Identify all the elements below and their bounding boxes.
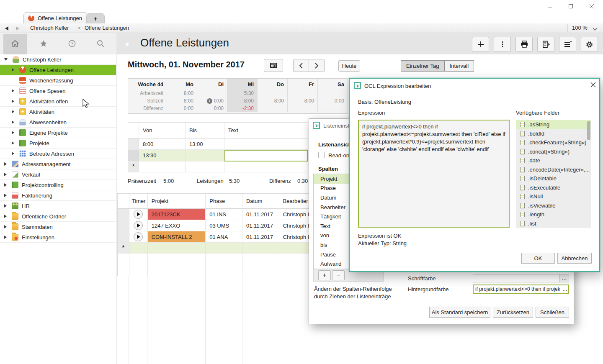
- favorites-star-icon[interactable]: [39, 38, 49, 49]
- sidebar-item-fakturierung[interactable]: Fakturierung: [0, 190, 116, 201]
- datum-cell[interactable]: 01.11.2017: [242, 220, 279, 231]
- field-item[interactable]: .boldId: [516, 129, 591, 138]
- calendar-button[interactable]: [264, 59, 283, 72]
- text-cell-focused[interactable]: [224, 150, 308, 161]
- bis-cell[interactable]: 13:00: [186, 138, 224, 150]
- column-header-text[interactable]: Text: [224, 123, 308, 138]
- datum-cell[interactable]: [242, 243, 279, 254]
- row-selector[interactable]: [128, 138, 139, 150]
- text-cell[interactable]: [224, 161, 308, 172]
- von-cell[interactable]: 13:30: [139, 150, 186, 161]
- column-header-phase[interactable]: Phase: [206, 194, 242, 209]
- day-header-mo[interactable]: Mo: [167, 79, 197, 90]
- column-header-projekt[interactable]: Projekt: [148, 194, 206, 209]
- expander-icon[interactable]: [4, 58, 8, 61]
- expander-icon[interactable]: [4, 173, 7, 176]
- save-default-button[interactable]: Als Standard speichern: [429, 307, 490, 318]
- field-item[interactable]: .date: [516, 156, 591, 165]
- expander-icon[interactable]: [4, 225, 7, 228]
- field-item[interactable]: .concat(«String»): [516, 147, 591, 156]
- field-item[interactable]: .isExecutable: [516, 183, 591, 192]
- hintergrundfarbe-field[interactable]: if projekt.planwertext<>0 then if projek…: [473, 285, 569, 294]
- sidebar-item-oeffentliche-ordner[interactable]: Öffentliche Ordner: [0, 211, 116, 222]
- settings-gear-icon[interactable]: [581, 37, 598, 52]
- timer-cell[interactable]: [129, 243, 148, 254]
- breadcrumb-item-view[interactable]: Offene Leistungen: [85, 25, 129, 31]
- sidebar-item-stammdaten[interactable]: Stammdaten: [0, 222, 116, 232]
- bis-cell[interactable]: [186, 150, 224, 161]
- new-row-selector[interactable]: *: [118, 243, 129, 254]
- play-timer-button[interactable]: [134, 210, 143, 219]
- more-options-button[interactable]: [494, 37, 511, 52]
- sidebar-item-hr[interactable]: HR: [0, 201, 116, 211]
- sidebar-item-christoph-keller[interactable]: Christoph Keller: [0, 54, 116, 65]
- expander-icon[interactable]: [4, 236, 7, 239]
- schriftfarbe-field[interactable]: …: [473, 274, 569, 282]
- column-header-bis[interactable]: Bis: [186, 123, 224, 138]
- field-item[interactable]: .isDeletable: [516, 174, 591, 183]
- phase-cell[interactable]: [206, 243, 242, 254]
- day-header-do[interactable]: Do: [257, 79, 287, 90]
- list-menu-button[interactable]: [559, 37, 576, 52]
- projekt-cell[interactable]: 1247 EXXO: [148, 220, 206, 231]
- expander-icon[interactable]: [12, 68, 14, 72]
- remove-column-button[interactable]: −: [332, 270, 345, 280]
- expander-icon[interactable]: [12, 152, 14, 155]
- expression-textarea[interactable]: if projekt.planwertext<>0 then if projek…: [358, 120, 510, 228]
- sidebar-item-projektcontrolling[interactable]: Projektcontrolling: [0, 180, 116, 190]
- datum-cell[interactable]: 01.11.2017: [242, 231, 279, 243]
- info-icon[interactable]: i: [207, 98, 212, 104]
- column-header-von[interactable]: Von: [139, 123, 186, 138]
- sidebar-item-einstellungen[interactable]: Einstellungen: [0, 232, 116, 243]
- phase-cell[interactable]: 01 INS: [206, 209, 242, 220]
- close-icon[interactable]: [590, 82, 596, 90]
- day-header-sa[interactable]: Sa: [317, 79, 348, 90]
- row-selector[interactable]: [128, 150, 139, 161]
- expander-icon[interactable]: [12, 120, 14, 124]
- play-timer-button[interactable]: [134, 232, 143, 241]
- text-cell[interactable]: [224, 138, 308, 150]
- row-selector[interactable]: [118, 220, 129, 231]
- sidebar-item-offene-leistungen[interactable]: Offene Leistungen: [0, 65, 116, 75]
- expander-icon[interactable]: [4, 194, 7, 197]
- sidebar-item-projekte[interactable]: Projekte: [0, 138, 116, 149]
- datum-cell[interactable]: 01.11.2017: [242, 209, 279, 220]
- today-button[interactable]: Heute: [338, 60, 360, 72]
- history-clock-icon[interactable]: [67, 38, 77, 49]
- ellipsis-button[interactable]: …: [562, 285, 568, 293]
- close-icon[interactable]: [583, 2, 600, 11]
- ellipsis-button[interactable]: …: [559, 274, 569, 282]
- reset-button[interactable]: Zurücksetzen: [493, 307, 533, 318]
- home-icon[interactable]: [10, 38, 20, 49]
- field-item[interactable]: .asString: [516, 120, 591, 129]
- day-header-mi[interactable]: Mi: [227, 79, 257, 90]
- field-item[interactable]: .isNull: [516, 192, 591, 201]
- back-icon[interactable]: [5, 26, 8, 31]
- von-cell[interactable]: [139, 161, 186, 172]
- row-selector[interactable]: [118, 209, 129, 220]
- minimize-icon[interactable]: [541, 2, 558, 11]
- projekt-cell[interactable]: COM-INSTALL 2: [148, 231, 206, 243]
- sidebar-item-eigene-projekte[interactable]: Eigene Projekte: [0, 128, 116, 138]
- row-selector[interactable]: [118, 231, 129, 243]
- sidebar-item-abwesenheiten[interactable]: Abwesenheiten: [0, 117, 116, 128]
- scrollbar-thumb[interactable]: [587, 121, 590, 140]
- breadcrumb-item-user[interactable]: Christoph Keller: [30, 25, 69, 31]
- sidebar-item-adressmanagement[interactable]: Adressmanagement: [0, 159, 116, 169]
- add-button[interactable]: [472, 37, 489, 52]
- zoom-level[interactable]: 100 %: [572, 25, 588, 31]
- sidebar-item-aktivitaeten-offen[interactable]: Aktivitäten offen: [0, 96, 116, 107]
- readonly-checkbox[interactable]: [318, 152, 325, 158]
- new-tab-button[interactable]: +: [86, 13, 105, 23]
- projekt-cell[interactable]: [148, 243, 206, 254]
- new-row-selector[interactable]: *: [128, 161, 139, 172]
- field-item[interactable]: .checkFeature(«String»): [516, 138, 591, 147]
- tab-einzelner-tag[interactable]: Einzelner Tag: [401, 61, 445, 71]
- forward-icon[interactable]: [16, 26, 19, 31]
- expander-icon[interactable]: [4, 215, 7, 218]
- phase-cell[interactable]: 03 UMS: [206, 220, 242, 231]
- field-item[interactable]: .list: [516, 219, 591, 228]
- search-icon[interactable]: [95, 38, 106, 49]
- print-button[interactable]: [515, 37, 533, 52]
- sidebar-item-offene-spesen[interactable]: Offene Spesen: [0, 86, 116, 96]
